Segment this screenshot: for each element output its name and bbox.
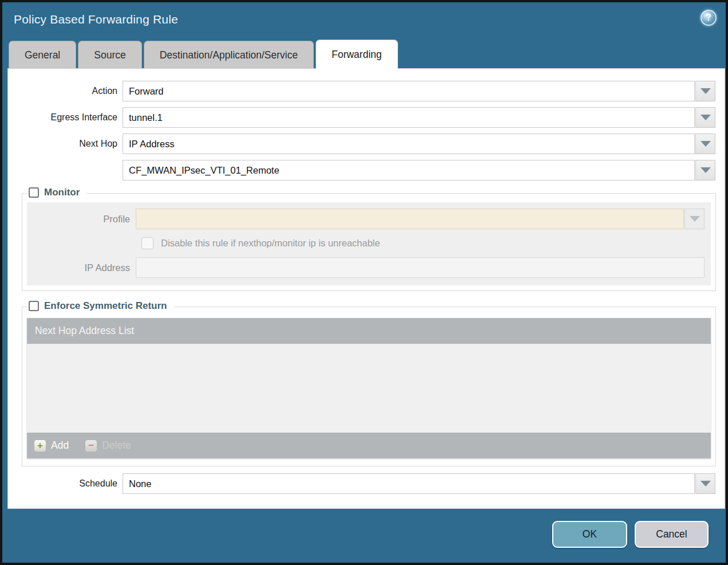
next-hop-address-list-body[interactable] <box>27 344 711 433</box>
action-label: Action <box>8 86 123 96</box>
minus-icon: − <box>85 440 97 452</box>
egress-interface-dropdown-button[interactable] <box>695 107 715 128</box>
profile-dropdown-button <box>684 209 705 229</box>
next-hop-address-list-table: Next Hop Address List + Add − Delete <box>27 318 711 458</box>
egress-interface-row: Egress Interface tunnel.1 <box>8 107 725 128</box>
chevron-down-icon <box>701 141 711 147</box>
egress-interface-label: Egress Interface <box>8 112 123 123</box>
enforce-symmetric-return-checkbox[interactable] <box>29 301 39 311</box>
schedule-select[interactable]: None <box>123 473 695 494</box>
action-dropdown-button[interactable] <box>695 81 715 101</box>
tab-label: Source <box>94 49 125 61</box>
dialog-title: Policy Based Forwarding Rule <box>14 13 178 26</box>
disable-rule-row: Disable this rule if nexthop/monitor ip … <box>141 237 707 249</box>
tab-label: Destination/Application/Service <box>160 49 298 61</box>
tab-forwarding[interactable]: Forwarding <box>316 40 398 69</box>
next-hop-row: Next Hop IP Address <box>8 134 725 154</box>
chevron-down-icon <box>701 115 711 120</box>
disable-rule-label: Disable this rule if nexthop/monitor ip … <box>161 238 380 249</box>
dialog-footer: OK Cancel <box>552 521 709 548</box>
profile-label: Profile <box>27 214 136 225</box>
profile-row: Profile <box>27 209 707 229</box>
monitor-checkbox[interactable] <box>29 187 39 198</box>
action-row: Action Forward <box>8 81 725 101</box>
tab-destination-application-service[interactable]: Destination/Application/Service <box>144 41 314 69</box>
dialog-titlebar: Policy Based Forwarding Rule ? <box>2 2 726 38</box>
monitor-ip-address-row: IP Address <box>27 257 707 278</box>
plus-icon: + <box>34 440 46 452</box>
action-select[interactable]: Forward <box>123 81 695 101</box>
schedule-label: Schedule <box>8 478 123 489</box>
enforce-symmetric-return-title: Enforce Symmetric Return <box>44 300 167 312</box>
help-icon-glyph: ? <box>706 13 711 23</box>
egress-interface-select[interactable]: tunnel.1 <box>123 107 695 128</box>
next-hop-address-list-header-label: Next Hop Address List <box>35 325 134 337</box>
add-button-label: Add <box>51 440 69 452</box>
chevron-down-icon <box>701 167 711 173</box>
enforce-symmetric-return-legend: Enforce Symmetric Return <box>27 300 174 312</box>
monitor-legend: Monitor <box>27 187 86 198</box>
monitor-title: Monitor <box>44 187 80 198</box>
next-hop-type-select[interactable]: IP Address <box>123 134 695 154</box>
schedule-row: Schedule None <box>8 473 725 494</box>
monitor-panel: Profile Disable this rule if nexthop/mon… <box>27 202 711 285</box>
tab-general[interactable]: General <box>9 41 76 69</box>
tab-source[interactable]: Source <box>78 41 141 69</box>
enforce-symmetric-return-section: Enforce Symmetric Return Next Hop Addres… <box>22 307 716 466</box>
disable-rule-checkbox <box>141 237 154 249</box>
chevron-down-icon <box>690 216 700 222</box>
add-button[interactable]: + Add <box>34 440 69 452</box>
next-hop-address-list-toolbar: + Add − Delete <box>27 433 711 458</box>
ok-button[interactable]: OK <box>552 521 627 548</box>
chevron-down-icon <box>701 88 711 94</box>
tab-label: General <box>25 49 60 61</box>
next-hop-type-dropdown-button[interactable] <box>695 134 715 154</box>
tab-label: Forwarding <box>332 49 382 61</box>
delete-button-label: Delete <box>102 440 131 452</box>
monitor-ip-address-input <box>136 257 705 278</box>
monitor-ip-address-label: IP Address <box>27 262 136 273</box>
next-hop-address-dropdown-button[interactable] <box>695 160 715 181</box>
tab-bar: General Source Destination/Application/S… <box>9 40 398 69</box>
chevron-down-icon <box>701 481 711 486</box>
next-hop-address-row: CF_MWAN_IPsec_VTI_01_Remote <box>8 160 725 181</box>
next-hop-label: Next Hop <box>8 139 123 149</box>
monitor-section: Monitor Profile Disable this rule if nex… <box>22 193 716 291</box>
next-hop-address-select[interactable]: CF_MWAN_IPsec_VTI_01_Remote <box>123 160 695 181</box>
forwarding-tab-panel: Action Forward Egress Interface tunnel.1… <box>7 68 725 509</box>
profile-select <box>136 209 684 229</box>
delete-button: − Delete <box>85 440 131 452</box>
schedule-dropdown-button[interactable] <box>695 473 715 494</box>
cancel-button[interactable]: Cancel <box>635 521 709 548</box>
help-icon[interactable]: ? <box>701 10 717 26</box>
policy-based-forwarding-dialog: Policy Based Forwarding Rule ? General S… <box>0 0 728 565</box>
next-hop-address-list-header: Next Hop Address List <box>27 318 711 344</box>
